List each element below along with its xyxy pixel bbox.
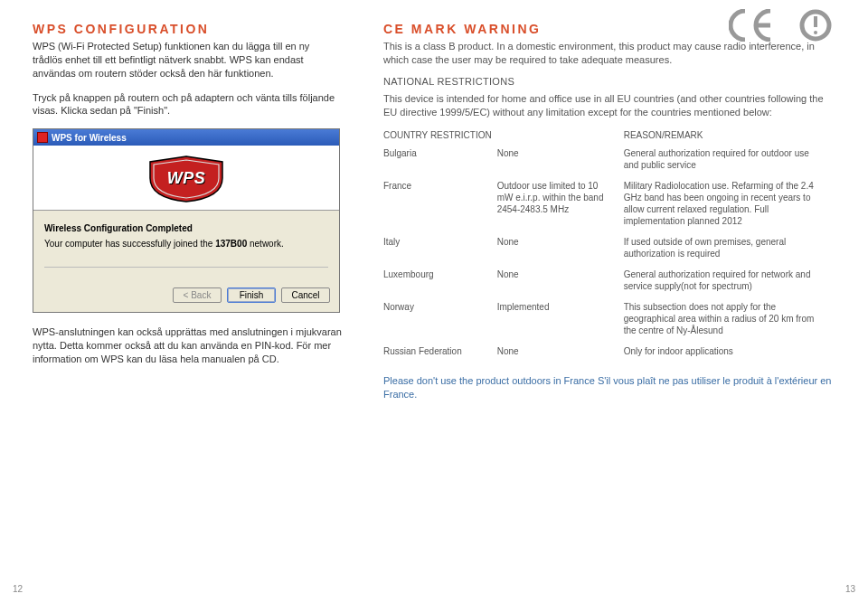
dialog-title: WPS for Wireless xyxy=(52,133,127,143)
wps-shield-text: WPS xyxy=(167,168,206,187)
ce-paragraph-2: This device is intended for home and off… xyxy=(383,92,835,119)
back-button[interactable]: < Back xyxy=(173,287,222,303)
wps-banner: WPS xyxy=(33,146,339,211)
dialog-app-icon xyxy=(37,132,48,143)
dialog-divider xyxy=(44,267,328,268)
cell-reason: Only for indoor applications xyxy=(624,341,835,362)
cell-country: France xyxy=(383,175,497,231)
table-row: Russian Federation None Only for indoor … xyxy=(383,341,835,362)
wps-shield-icon: WPS xyxy=(143,153,230,203)
finish-button[interactable]: Finish xyxy=(227,287,276,303)
dialog-titlebar: WPS for Wireless xyxy=(33,129,339,146)
cell-country: Norway xyxy=(383,297,497,341)
th-reason: REASON/REMARK xyxy=(624,127,835,143)
table-row: Italy None If used outside of own premis… xyxy=(383,231,835,264)
cell-restriction: Implemented xyxy=(497,297,624,341)
svg-point-3 xyxy=(814,31,817,34)
dialog-body: Wireless Configuration Completed Your co… xyxy=(33,211,339,282)
cell-restriction: None xyxy=(497,341,624,362)
left-column: WPS CONFIGURATION WPS (Wi-Fi Protected S… xyxy=(0,0,367,603)
right-column: CE MARK WARNING This is a class B produc… xyxy=(367,0,868,603)
table-row: Bulgaria None General authorization requ… xyxy=(383,143,835,175)
ce-paragraph-1: This is a class B product. In a domestic… xyxy=(383,40,835,67)
page-number-left: 12 xyxy=(13,584,23,594)
wps-paragraph-3: WPS-anslutningen kan också upprättas med… xyxy=(33,325,342,366)
dialog-status-heading: Wireless Configuration Completed xyxy=(44,223,328,233)
wps-dialog: WPS for Wireless WPS Wireless Configurat… xyxy=(33,128,340,313)
restrictions-table: COUNTRY RESTRICTION REASON/REMARK Bulgar… xyxy=(383,127,835,362)
table-header-row: COUNTRY RESTRICTION REASON/REMARK xyxy=(383,127,835,143)
cell-restriction: None xyxy=(497,264,624,297)
cell-reason: General authorization required for outdo… xyxy=(624,143,835,175)
wps-paragraph-1: WPS (Wi-Fi Protected Setup) funktionen k… xyxy=(33,40,342,80)
wps-heading: WPS CONFIGURATION xyxy=(33,22,342,36)
cell-country: Russian Federation xyxy=(383,341,497,362)
cell-country: Italy xyxy=(383,231,497,264)
th-country: COUNTRY RESTRICTION xyxy=(383,127,497,143)
cancel-button[interactable]: Cancel xyxy=(281,287,330,303)
cell-reason: This subsection does not apply for the g… xyxy=(624,297,835,341)
wps-paragraph-2: Tryck på knappen på routern och på adapt… xyxy=(33,91,342,118)
cell-restriction: None xyxy=(497,231,624,264)
cell-reason: If used outside of own premises, general… xyxy=(624,231,835,264)
ce-mark-logo xyxy=(729,9,832,42)
dialog-message: Your computer has successfully joined th… xyxy=(44,239,328,249)
table-row: France Outdoor use limited to 10 mW e.i.… xyxy=(383,175,835,231)
national-restrictions-heading: NATIONAL RESTRICTIONS xyxy=(383,76,835,87)
page-number-right: 13 xyxy=(845,584,855,594)
cell-country: Luxembourg xyxy=(383,264,497,297)
cell-country: Bulgaria xyxy=(383,143,497,175)
table-row: Norway Implemented This subsection does … xyxy=(383,297,835,341)
dialog-button-row: < Back Finish Cancel xyxy=(33,282,339,312)
cell-reason: General authorization required for netwo… xyxy=(624,264,835,297)
cell-reason: Military Radiolocation use. Refarming of… xyxy=(624,175,835,231)
cell-restriction: None xyxy=(497,143,624,175)
footer-note: Please don't use the product outdoors in… xyxy=(383,374,835,401)
cell-restriction: Outdoor use limited to 10 mW e.i.r.p. wi… xyxy=(497,175,624,231)
table-row: Luxembourg None General authorization re… xyxy=(383,264,835,297)
